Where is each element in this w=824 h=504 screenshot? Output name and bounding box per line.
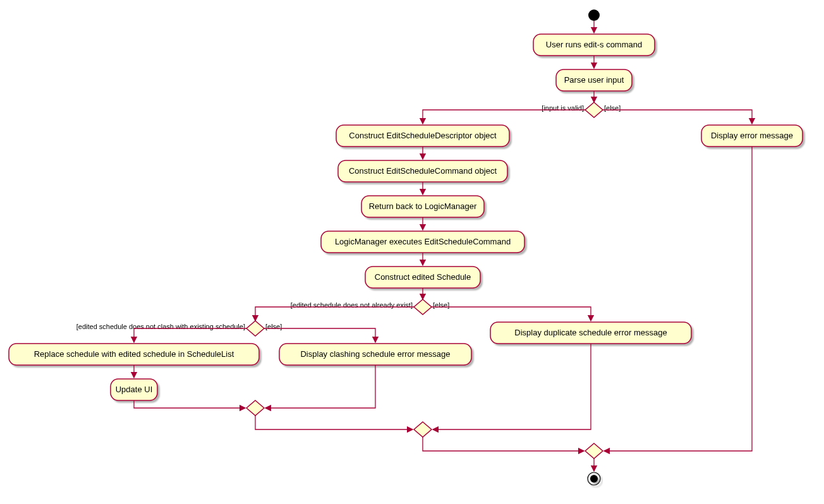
activity-update-ui: Update UI (111, 379, 157, 400)
edge (423, 437, 584, 451)
activity-label: Display duplicate schedule error message (514, 328, 667, 337)
activity-parse-input: Parse user input (556, 69, 632, 91)
activity-label: Construct edited Schedule (375, 272, 471, 282)
decision-schedule-clash (246, 321, 264, 336)
edge (255, 307, 414, 321)
activity-construct-descriptor: Construct EditScheduleDescriptor object (336, 125, 509, 147)
guard-label: [edited schedule does not clash with exi… (76, 323, 245, 330)
activity-user-runs: User runs edit-s command (533, 34, 655, 56)
activity-label: Construct EditScheduleCommand object (349, 166, 497, 176)
activity-construct-schedule: Construct edited Schedule (365, 267, 480, 288)
activity-label: Update UI (116, 385, 153, 394)
edge (432, 307, 591, 321)
activity-label: Return back to LogicManager (369, 201, 477, 211)
edge (423, 110, 585, 124)
activity-label: Display clashing schedule error message (300, 349, 450, 359)
svg-point-19 (590, 475, 598, 483)
activity-label: Construct EditScheduleDescriptor object (349, 131, 497, 140)
svg-marker-15 (246, 400, 264, 416)
edge (603, 110, 752, 124)
guard-label: [edited schedule does not already exist] (291, 301, 413, 309)
edge (134, 328, 246, 342)
merge-exist (414, 422, 432, 437)
activity-display-clash-error: Display clashing schedule error message (279, 344, 471, 365)
activity-return-logic: Return back to LogicManager (361, 196, 484, 217)
svg-marker-8 (414, 299, 432, 315)
guard-label: [input is valid] (542, 104, 584, 112)
guard-label: [else] (604, 104, 621, 112)
decision-input-valid (585, 102, 603, 117)
activity-display-duplicate-error: Display duplicate schedule error message (490, 322, 691, 344)
activity-label: Replace schedule with edited schedule in… (34, 349, 234, 359)
merge-clash (246, 400, 264, 416)
activity-label: Parse user input (564, 75, 624, 85)
activity-label: Display error message (711, 131, 793, 140)
activity-execute-command: LogicManager executes EditScheduleComman… (321, 231, 524, 253)
decision-schedule-exist (414, 299, 432, 315)
edge (604, 147, 752, 451)
activity-label: LogicManager executes EditScheduleComman… (335, 237, 511, 246)
start-node (588, 9, 600, 21)
edge (264, 328, 375, 342)
guard-label: [else] (433, 301, 449, 309)
activity-construct-command: Construct EditScheduleCommand object (338, 160, 507, 182)
activity-label: User runs edit-s command (546, 40, 642, 49)
guard-label: [else] (265, 323, 282, 330)
activity-replace-schedule: Replace schedule with edited schedule in… (9, 344, 259, 365)
edge (255, 416, 413, 429)
svg-marker-16 (414, 422, 432, 437)
svg-marker-9 (246, 321, 264, 336)
edge (134, 400, 245, 408)
activity-display-error: Display error message (701, 125, 803, 147)
merge-valid (585, 443, 603, 459)
svg-marker-17 (585, 443, 603, 459)
svg-marker-2 (585, 102, 603, 117)
edge (265, 365, 375, 408)
end-node (588, 472, 600, 485)
